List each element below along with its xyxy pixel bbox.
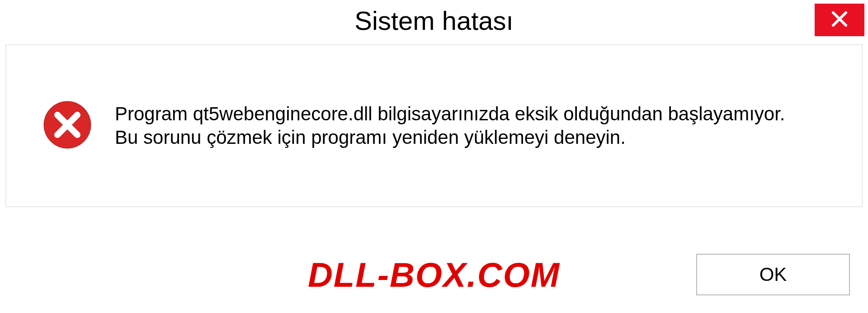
footer: DLL-BOX.COM OK — [0, 236, 868, 313]
close-button[interactable] — [815, 4, 864, 36]
ok-button-label: OK — [760, 264, 787, 285]
titlebar: Sistem hatası — [0, 0, 868, 41]
error-icon — [42, 100, 92, 152]
ok-button[interactable]: OK — [696, 254, 850, 295]
error-message: Program qt5webenginecore.dll bilgisayarı… — [115, 102, 793, 150]
content-panel: Program qt5webenginecore.dll bilgisayarı… — [5, 44, 863, 207]
window-title: Sistem hatası — [354, 5, 513, 36]
close-icon — [830, 10, 849, 30]
watermark-text: DLL-BOX.COM — [308, 255, 560, 294]
